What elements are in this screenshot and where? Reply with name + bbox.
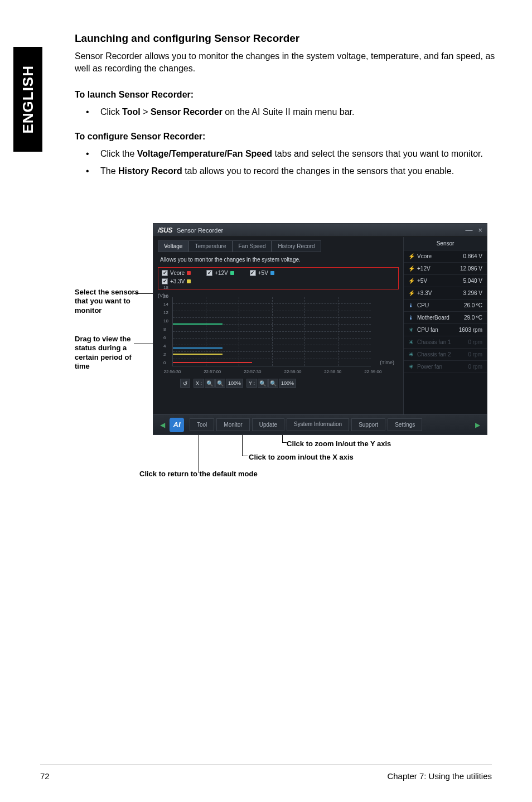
sensor-row: ✳Chassis fan 10 rpm: [404, 336, 487, 349]
sensor-row: ✳CPU fan1603 rpm: [404, 324, 487, 336]
sensor-recorder-window: /SUS Sensor Recorder — × Voltage Tempera…: [153, 223, 487, 435]
sensor-name: Vcore: [417, 253, 432, 259]
series-3v3: [173, 354, 223, 355]
minimize-button[interactable]: —: [465, 226, 472, 234]
zoom-y-value: 100%: [279, 379, 296, 388]
window-title: Sensor Recorder: [177, 227, 223, 234]
toolbar-support[interactable]: Support: [351, 418, 385, 431]
fan-icon: ✳: [408, 339, 414, 345]
sensor-value: 0.864 V: [463, 253, 482, 259]
checkbox-5v[interactable]: ✔+5V: [250, 270, 274, 276]
page-number: 72: [40, 771, 50, 781]
fan-icon: ✳: [408, 351, 414, 357]
zoom-y-out-button[interactable]: 🔍: [268, 379, 278, 388]
launch-title: To launch Sensor Recorder:: [75, 90, 499, 100]
sensor-row: ✳Power fan0 rpm: [404, 361, 487, 373]
sensor-name: +12V: [417, 265, 431, 272]
sensor-value: 0 rpm: [468, 351, 482, 357]
ai-suite-badge[interactable]: AI: [170, 418, 184, 432]
swatch-5v: [270, 271, 274, 275]
toolbar-next-icon[interactable]: ▶: [473, 421, 482, 429]
fan-icon: ✳: [408, 364, 414, 370]
checkbox-12v[interactable]: ✔+12V: [206, 270, 234, 276]
close-button[interactable]: ×: [478, 226, 482, 234]
zoom-x-value: 100%: [226, 379, 243, 388]
series-5v: [173, 347, 223, 349]
bolt-icon: ⚡: [408, 253, 414, 259]
toolbar-tool[interactable]: Tool: [190, 418, 214, 431]
bolt-icon: ⚡: [408, 290, 414, 296]
sensor-value: 0 rpm: [468, 339, 482, 345]
sensor-name: CPU fan: [417, 327, 438, 333]
intro-paragraph: Sensor Recorder allows you to monitor th…: [75, 50, 499, 75]
zoom-x-out-button[interactable]: 🔍: [215, 379, 225, 388]
config-step-1: Click the Voltage/Temperature/Fan Speed …: [75, 147, 499, 160]
sensor-value: 29.0 ºC: [464, 315, 482, 321]
sensor-name: +3.3V: [417, 290, 432, 296]
zoom-x-label: X :: [194, 379, 204, 388]
sensor-row: 🌡CPU26.0 ºC: [404, 299, 487, 312]
section-heading: Launching and configuring Sensor Recorde…: [75, 32, 499, 45]
sensor-row: ⚡+3.3V3.296 V: [404, 287, 487, 299]
titlebar: /SUS Sensor Recorder — ×: [153, 224, 487, 237]
screenshot-region: Select the sensors that you want to moni…: [75, 223, 499, 480]
main-toolbar: ◀ AI Tool Monitor Update System Informat…: [153, 414, 487, 434]
toolbar-settings[interactable]: Settings: [388, 418, 422, 431]
checkbox-vcore[interactable]: ✔Vcore: [162, 270, 191, 276]
reset-zoom-button[interactable]: ↺: [180, 379, 190, 388]
toolbar-prev-icon[interactable]: ◀: [158, 421, 167, 429]
callout-zoom-y: Click to zoom in/out the Y axis: [287, 439, 454, 448]
zoom-controls: ↺ X : 🔍 🔍 100% Y : 🔍 🔍 100%: [180, 379, 399, 388]
series-12v: [173, 323, 223, 325]
zoom-y-label: Y :: [246, 379, 257, 388]
sensor-name: Chassis fan 1: [417, 339, 451, 345]
language-tab-text: ENGLISH: [20, 65, 37, 134]
sensor-value: 3.296 V: [463, 290, 482, 296]
leader-line: [282, 442, 287, 443]
launch-step: Click Tool > Sensor Recorder on the AI S…: [75, 105, 499, 118]
voltage-chart[interactable]: (V): [158, 294, 399, 378]
sensor-value: 12.096 V: [460, 265, 482, 272]
temp-icon: 🌡: [408, 315, 414, 321]
sensor-name: Chassis fan 2: [417, 351, 451, 357]
tab-history-record[interactable]: History Record: [272, 240, 321, 252]
toolbar-update[interactable]: Update: [252, 418, 284, 431]
callout-select-sensors: Select the sensors that you want to moni…: [75, 288, 147, 315]
asus-logo: /SUS: [158, 226, 172, 234]
sensor-name: +5V: [417, 278, 427, 284]
sensor-name: CPU: [417, 302, 429, 308]
sensor-value: 26.0 ºC: [464, 302, 482, 308]
zoom-y-in-button[interactable]: 🔍: [258, 379, 268, 388]
footer-rule: [40, 765, 492, 765]
tab-fan-speed[interactable]: Fan Speed: [233, 240, 272, 252]
config-step-2: The History Record tab allows you to rec…: [75, 165, 499, 177]
sensor-name: MotherBoard: [417, 315, 449, 321]
swatch-12v: [230, 271, 234, 275]
sensor-row: ⚡+12V12.096 V: [404, 263, 487, 275]
chapter-label: Chapter 7: Using the utilities: [387, 771, 492, 781]
tab-voltage[interactable]: Voltage: [158, 240, 188, 252]
sensor-row: 🌡MotherBoard29.0 ºC: [404, 312, 487, 324]
sensor-row: ⚡Vcore0.864 V: [404, 250, 487, 263]
sensor-panel: Sensor ⚡Vcore0.864 V⚡+12V12.096 V⚡+5V5.0…: [403, 237, 487, 414]
sensor-value: 1603 rpm: [459, 327, 482, 333]
temp-icon: 🌡: [408, 302, 414, 308]
config-title: To configure Sensor Recorder:: [75, 132, 499, 142]
sensor-name: Power fan: [417, 364, 442, 370]
checkbox-3v3[interactable]: ✔+3.3V: [162, 278, 191, 284]
series-vcore: [173, 362, 252, 363]
callout-reset: Click to return to the default mode: [139, 470, 307, 479]
tab-temperature[interactable]: Temperature: [188, 240, 232, 252]
sensor-row: ⚡+5V5.040 V: [404, 275, 487, 287]
callout-drag-view: Drag to view the status during a certain…: [75, 335, 147, 371]
toolbar-monitor[interactable]: Monitor: [216, 418, 249, 431]
category-tabs: Voltage Temperature Fan Speed History Re…: [158, 240, 399, 252]
toolbar-system-info[interactable]: System Information: [287, 418, 349, 431]
zoom-x-in-button[interactable]: 🔍: [205, 379, 215, 388]
leader-line: [242, 456, 248, 456]
sensor-checkbox-group: ✔Vcore ✔+12V ✔+5V ✔+3.3V: [158, 267, 399, 289]
sensor-value: 5.040 V: [463, 278, 482, 284]
bolt-icon: ⚡: [408, 265, 414, 272]
callout-zoom-x: Click to zoom in/out the X axis: [249, 453, 416, 462]
fan-icon: ✳: [408, 327, 414, 333]
